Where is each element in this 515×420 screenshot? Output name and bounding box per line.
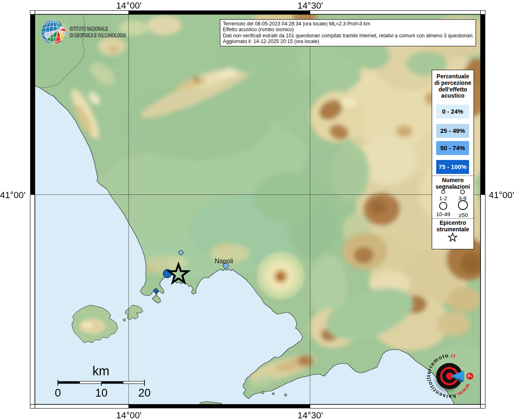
svg-text:14°00': 14°00' [116,410,142,420]
svg-text:km: km [92,364,109,378]
svg-text:14°30': 14°30' [298,410,323,420]
svg-text:10: 10 [95,387,108,399]
svg-text:Napoli: Napoli [215,258,233,265]
svg-text:14°30': 14°30' [298,0,323,11]
svg-text:14°00': 14°00' [116,0,142,11]
svg-text:41°00': 41°00' [489,190,514,200]
svg-text:41°00': 41°00' [0,190,25,200]
svg-text:20: 20 [138,387,151,399]
svg-text:DI GEOFISICA E VULCANOLOGIA: DI GEOFISICA E VULCANOLOGIA [70,32,126,39]
svg-text:0: 0 [55,387,61,399]
svg-text:ISTITUTO NAZIONALE: ISTITUTO NAZIONALE [70,25,108,32]
